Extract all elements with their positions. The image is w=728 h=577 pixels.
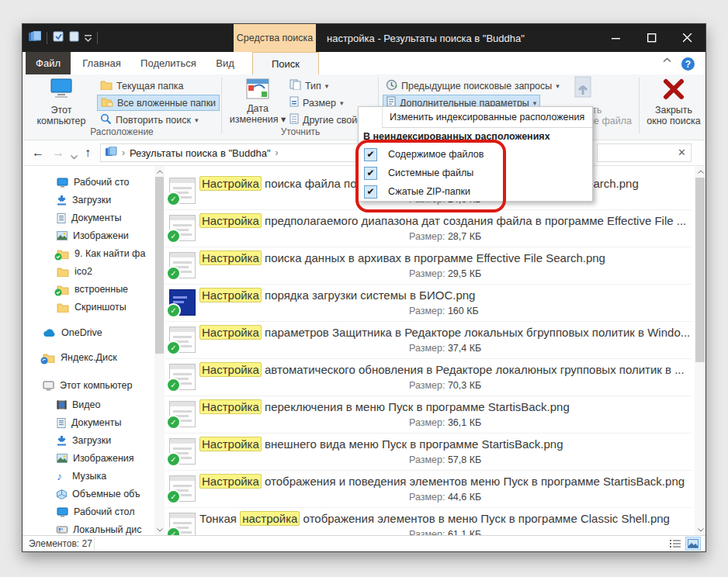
location-icon (106, 147, 117, 159)
file-row[interactable]: ✓ Настройка переключения в меню Пуск в п… (165, 396, 692, 434)
sidebar-item-3d-objects[interactable]: Объемные объ (23, 485, 154, 503)
all-subfolders-button[interactable]: Все вложенные папки (97, 95, 220, 111)
group-label-refine: Уточнить (223, 126, 378, 137)
menu-item-file-contents[interactable]: ✔Содержимое файлов (359, 145, 592, 164)
file-list-scrollbar[interactable] (695, 166, 705, 536)
items-count: Элементов: 27 (29, 538, 92, 549)
checkbox-checked-icon[interactable]: ✔ (364, 185, 377, 199)
sidebar-scrollbar[interactable] (154, 166, 165, 536)
sidebar-item-yandex-disk[interactable]: Яндекс.Диск (23, 349, 154, 366)
file-thumbnail: ✓ (169, 327, 196, 353)
file-row[interactable]: ✓ Настройка внешнего вида меню Пуск в пр… (165, 434, 692, 471)
up-button[interactable]: ↑ (85, 145, 91, 161)
group-separator (221, 78, 222, 133)
file-row[interactable]: ✓ Настройка отображения и поведения элем… (165, 471, 692, 508)
minimize-button[interactable] (598, 24, 634, 52)
check-badge-icon: ✓ (166, 229, 181, 244)
scroll-up-icon[interactable] (154, 167, 165, 177)
check-badge-icon: ✓ (166, 266, 181, 281)
tab-home[interactable]: Главная (71, 52, 133, 74)
file-thumbnail: ✓ (169, 438, 196, 465)
search-again-icon (100, 113, 112, 126)
crumb-separator[interactable]: › (276, 147, 279, 158)
ribbon-tab-row: Файл Главная Поделиться Вид Поиск ? (23, 52, 705, 74)
file-row[interactable]: ✓ Настройка автоматического обновления в… (165, 359, 692, 396)
close-search-button[interactable]: Закрытьокно поиска (643, 78, 704, 126)
date-modified-button[interactable]: Датаизменения ▾ (224, 78, 291, 125)
tab-share[interactable]: Поделиться (133, 52, 204, 74)
sidebar-item-pictures-pinned[interactable]: Изображени (23, 227, 154, 244)
qat-customize-icon[interactable] (85, 31, 92, 45)
sidebar-item-music[interactable]: ♪Музыка (23, 468, 154, 485)
breadcrumb-path[interactable]: Результаты поиска в "Buddha" (130, 147, 271, 159)
search-input[interactable]: ✕ (597, 143, 692, 162)
sidebar-item-folder[interactable]: Скриншоты (23, 299, 154, 316)
kind-icon (289, 79, 301, 92)
tab-search[interactable]: Поиск (252, 52, 319, 74)
sidebar-item-documents[interactable]: Документы (23, 414, 154, 431)
recent-locations-icon[interactable] (71, 148, 78, 164)
collapse-ribbon-icon[interactable] (663, 57, 671, 63)
repeat-search-button[interactable]: Повторить поиск▾ (97, 112, 201, 128)
file-thumbnail: ✓ (169, 513, 196, 536)
status-bar: Элементов: 27 (23, 535, 705, 551)
scroll-up-icon[interactable] (695, 167, 705, 177)
search-tools-context-tab[interactable]: Средства поиска (234, 24, 316, 52)
check-badge-icon: ✓ (166, 192, 181, 206)
file-row[interactable]: ✓ Тонкая настройка отображения элементов… (165, 508, 692, 536)
sidebar-item-folder[interactable]: 9. Как найти фа (23, 245, 154, 262)
size-button[interactable]: Размер▾ (286, 95, 347, 111)
menu-item-system-files[interactable]: ✔Системные файлы (359, 164, 592, 182)
search-highlight: Настройка (199, 437, 262, 451)
close-search-x-icon (643, 78, 704, 103)
sidebar-item-downloads-pinned[interactable]: Загрузки (23, 192, 154, 209)
crumb-separator: › (122, 147, 125, 158)
check-badge-icon: ✓ (166, 340, 181, 355)
sidebar-item-onedrive[interactable]: OneDrive (23, 324, 154, 341)
tab-file[interactable]: Файл (26, 52, 71, 74)
clear-search-icon[interactable]: ✕ (678, 147, 686, 158)
maximize-button[interactable] (634, 24, 670, 52)
window-title: настройка - Результаты поиска в "Buddha" (327, 24, 525, 52)
file-row[interactable]: ✓ Настройка порядка загрузки системы в Б… (165, 285, 692, 322)
scroll-down-icon[interactable] (695, 525, 705, 535)
sidebar-item-folder[interactable]: ico2 (23, 263, 154, 280)
current-folder-button[interactable]: Текущая папка (97, 78, 186, 94)
search-highlight: Настройка (199, 288, 262, 302)
menu-item-zip-folders[interactable]: ✔Сжатые ZIP-папки (359, 182, 592, 201)
sidebar-item-downloads[interactable]: Загрузки (23, 432, 154, 449)
back-button[interactable]: ← (32, 145, 44, 161)
search-highlight: Настройка (199, 399, 262, 414)
tab-view[interactable]: Вид (204, 52, 246, 74)
title-bar: Средства поиска настройка - Результаты п… (23, 24, 705, 52)
file-list-scroll-thumb[interactable] (695, 178, 705, 362)
checkbox-checked-icon[interactable]: ✔ (364, 148, 377, 161)
sidebar-item-pictures[interactable]: Изображения (23, 450, 154, 467)
sidebar-item-local-disk[interactable]: Локальный дис (23, 521, 154, 536)
sidebar-scroll-thumb[interactable] (155, 177, 164, 354)
details-view-icon[interactable] (667, 537, 683, 551)
file-row[interactable]: ✓ Настройка поиска данных в архивах в пр… (165, 247, 692, 285)
thumbnail-view-icon[interactable] (685, 537, 701, 551)
sidebar-item-this-pc[interactable]: Этот компьютер (23, 377, 154, 394)
file-thumbnail: ✓ (169, 289, 196, 316)
menu-item-change-indexed-locations[interactable]: Изменить индексированные расположения (359, 107, 592, 127)
explorer-logo-icon[interactable] (29, 31, 41, 45)
subfolders-icon (101, 97, 113, 109)
help-icon[interactable]: ? (681, 57, 695, 71)
properties-icon[interactable] (53, 31, 64, 45)
sidebar-item-videos[interactable]: Видео (23, 396, 154, 413)
close-button[interactable] (670, 24, 705, 52)
sidebar-item-desktop-pinned[interactable]: Рабочий сто (23, 174, 154, 191)
new-folder-icon[interactable] (69, 31, 79, 45)
file-row[interactable]: ✓ Настройка параметров Защитника в Редак… (165, 322, 692, 359)
sidebar-item-desktop[interactable]: Рабочий стол (23, 503, 154, 520)
scroll-down-icon[interactable] (154, 525, 165, 535)
kind-button[interactable]: Тип▾ (286, 78, 331, 94)
qat-separator (47, 32, 47, 44)
sidebar-item-documents-pinned[interactable]: Документы (23, 209, 154, 226)
sidebar-item-folder[interactable]: встроенные (23, 281, 154, 298)
this-computer-button[interactable]: Этоткомпьютер (29, 78, 94, 126)
checkbox-checked-icon[interactable]: ✔ (364, 167, 377, 180)
file-row[interactable]: ✓ Настройка предполагаемого диапазона да… (165, 210, 692, 247)
